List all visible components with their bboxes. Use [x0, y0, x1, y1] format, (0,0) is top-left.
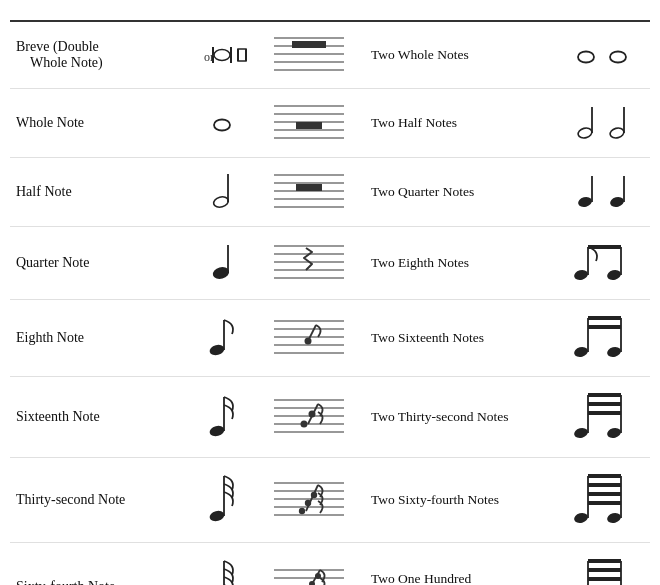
table-row: Sixty-fourth Note: [10, 543, 650, 586]
svg-point-36: [609, 196, 625, 209]
rest-symbol-cell-4: [258, 300, 361, 377]
table-row: Whole Note Two Half Notes: [10, 89, 650, 158]
table-row: Sixteenth Note Two Thirty-second Notes: [10, 377, 650, 458]
svg-rect-12: [292, 41, 326, 48]
svg-point-59: [573, 346, 589, 359]
svg-point-93: [573, 512, 589, 525]
equiv-symbols-cell-6: [557, 458, 650, 543]
equiv-symbols-cell-3: [557, 227, 650, 300]
svg-point-82: [208, 509, 225, 523]
rest-symbol-cell-6: [258, 458, 361, 543]
equiv-symbols-cell-1: [557, 89, 650, 158]
svg-point-22: [577, 127, 593, 140]
svg-point-61: [606, 346, 622, 359]
rest-symbol-cell-3: [258, 227, 361, 300]
note-symbol-cell-7: [185, 543, 257, 586]
note-symbol-cell-6: [185, 458, 257, 543]
svg-point-14: [610, 52, 626, 63]
rest-symbol-cell-5: [258, 377, 361, 458]
table-row: Half Note Two Quarter Notes: [10, 158, 650, 227]
note-name: Half Note: [16, 184, 72, 199]
note-name: Sixteenth Note: [16, 409, 100, 424]
equiv-symbols-cell-2: [557, 158, 650, 227]
svg-rect-21: [296, 122, 322, 129]
equiv-symbols-cell-4: [557, 300, 650, 377]
equiv-label: Two Thirty-second Notes: [371, 409, 509, 424]
note-name: Thirty-second Note: [16, 492, 125, 507]
equiv-symbols-cell-7: [557, 543, 650, 586]
equiv-label: Two One HundredTwenty-eighth Notes: [371, 571, 484, 585]
equiv-text-4: Two Sixteenth Notes: [361, 300, 557, 377]
rest-symbol-cell-1: [258, 89, 361, 158]
svg-point-50: [208, 343, 225, 357]
rest-symbol-cell-7: [258, 543, 361, 586]
svg-point-24: [609, 127, 625, 140]
header-equiv: [361, 8, 557, 21]
row-name-4: Eighth Note: [10, 300, 185, 377]
equiv-text-0: Two Whole Notes: [361, 21, 557, 89]
row-name-5: Sixteenth Note: [10, 377, 185, 458]
svg-point-26: [212, 195, 229, 209]
equiv-label: Two Half Notes: [371, 115, 457, 130]
header-rest: [258, 8, 361, 21]
note-symbol-cell-3: [185, 227, 257, 300]
row-name-6: Thirty-second Note: [10, 458, 185, 543]
equiv-label: Two Whole Notes: [371, 47, 469, 62]
svg-point-89: [299, 508, 305, 514]
note-symbol-cell-4: [185, 300, 257, 377]
equiv-label: Two Sixteenth Notes: [371, 330, 484, 345]
header-symbols: [557, 8, 650, 21]
note-name: Breve (Double: [16, 39, 179, 55]
svg-point-72: [301, 421, 308, 428]
row-name-3: Quarter Note: [10, 227, 185, 300]
header-note: [185, 8, 257, 21]
note-name-sub: Whole Note): [16, 55, 179, 71]
table-row: Quarter Note Two Eighth Notes: [10, 227, 650, 300]
svg-point-77: [606, 427, 622, 440]
note-name: Quarter Note: [16, 255, 89, 270]
table-row: Eighth Note Two Sixteenth Notes: [10, 300, 650, 377]
note-name: Sixty-fourth Note: [16, 579, 115, 585]
svg-point-0: [214, 50, 230, 61]
svg-point-47: [606, 269, 622, 282]
equiv-symbols-cell-0: [557, 21, 650, 89]
note-symbol-cell-2: [185, 158, 257, 227]
svg-point-15: [214, 120, 230, 131]
rest-symbol-cell-2: [258, 158, 361, 227]
svg-point-75: [573, 427, 589, 440]
svg-text:or: or: [204, 50, 214, 64]
row-name-7: Sixty-fourth Note: [10, 543, 185, 586]
row-name-1: Whole Note: [10, 89, 185, 158]
svg-point-13: [578, 52, 594, 63]
svg-point-65: [208, 424, 225, 438]
svg-point-38: [212, 266, 229, 280]
svg-rect-4: [238, 49, 246, 61]
note-name: Whole Note: [16, 115, 84, 130]
note-symbol-cell-1: [185, 89, 257, 158]
equiv-text-6: Two Sixty-fourth Notes: [361, 458, 557, 543]
table-row: Thirty-second Note Two Sixt: [10, 458, 650, 543]
rest-symbol-cell-0: [258, 21, 361, 89]
table-row: Breve (DoubleWhole Note) or Two Whole No…: [10, 21, 650, 89]
note-symbol-cell-0: or: [185, 21, 257, 89]
equiv-text-3: Two Eighth Notes: [361, 227, 557, 300]
equiv-label: Two Sixty-fourth Notes: [371, 492, 499, 507]
equiv-label: Two Quarter Notes: [371, 184, 474, 199]
equiv-text-7: Two One HundredTwenty-eighth Notes: [361, 543, 557, 586]
equiv-text-2: Two Quarter Notes: [361, 158, 557, 227]
svg-line-58: [308, 325, 316, 341]
header-name: [10, 8, 185, 21]
row-name-0: Breve (DoubleWhole Note): [10, 21, 185, 89]
equiv-label: Two Eighth Notes: [371, 255, 469, 270]
svg-point-34: [577, 196, 593, 209]
note-name: Eighth Note: [16, 330, 84, 345]
svg-point-95: [606, 512, 622, 525]
equiv-symbols-cell-5: [557, 377, 650, 458]
svg-rect-33: [296, 184, 322, 191]
row-name-2: Half Note: [10, 158, 185, 227]
note-symbol-cell-5: [185, 377, 257, 458]
svg-point-45: [573, 269, 589, 282]
equiv-text-5: Two Thirty-second Notes: [361, 377, 557, 458]
equiv-text-1: Two Half Notes: [361, 89, 557, 158]
